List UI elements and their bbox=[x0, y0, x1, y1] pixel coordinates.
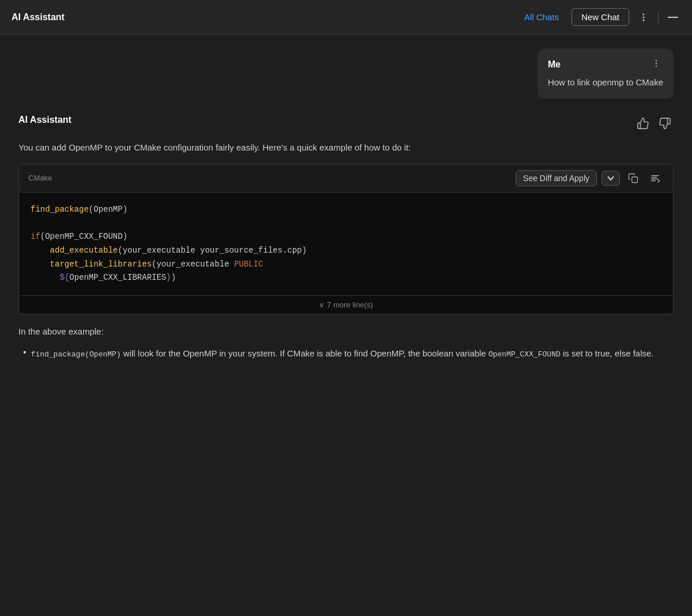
ai-response: AI Assistant You can add OpenMP to your … bbox=[18, 115, 674, 362]
copy-icon bbox=[628, 173, 638, 183]
user-message-wrapper: Me How to link openmp to CMake bbox=[18, 48, 674, 99]
header-divider bbox=[658, 11, 659, 24]
code-line-5: target_link_libraries(your_executable PU… bbox=[31, 258, 661, 272]
feedback-buttons bbox=[634, 115, 674, 135]
message-dots-icon bbox=[652, 59, 661, 68]
code-block: CMake See Diff and Apply bbox=[18, 164, 674, 315]
expand-code-button[interactable] bbox=[646, 171, 664, 186]
chevron-down-icon bbox=[607, 174, 615, 182]
expand-icon bbox=[650, 173, 660, 183]
code-line-4: add_executable(your_executable your_sour… bbox=[31, 244, 661, 258]
see-diff-apply-button[interactable]: See Diff and Apply bbox=[516, 170, 597, 186]
code-line-2 bbox=[31, 216, 661, 230]
thumbs-down-button[interactable] bbox=[656, 115, 674, 135]
bullet-text: find_package(OpenMP) will look for the O… bbox=[31, 347, 654, 361]
thumbs-up-icon bbox=[637, 117, 649, 130]
more-lines-bar[interactable]: ∨ 7 more line(s) bbox=[19, 295, 673, 314]
ai-intro-text: You can add OpenMP to your CMake configu… bbox=[18, 141, 674, 155]
svg-point-6 bbox=[656, 66, 657, 67]
all-chats-button[interactable]: All Chats bbox=[518, 9, 565, 25]
svg-point-1 bbox=[643, 16, 645, 18]
svg-point-2 bbox=[643, 19, 645, 21]
header-right: All Chats New Chat bbox=[518, 8, 680, 26]
code-content: find_package(OpenMP) if(OpenMP_CXX_FOUND… bbox=[19, 193, 673, 296]
more-lines-text: 7 more line(s) bbox=[327, 301, 373, 309]
inline-code-2: OpenMP_CXX_FOUND bbox=[488, 350, 561, 359]
bullet-text-2: is set to true, else false. bbox=[563, 348, 654, 358]
svg-rect-3 bbox=[668, 17, 678, 18]
user-message-header: Me bbox=[548, 58, 663, 72]
more-dots-icon bbox=[638, 12, 649, 22]
chat-area: Me How to link openmp to CMake AI Assist… bbox=[0, 35, 692, 391]
ai-response-header: AI Assistant bbox=[18, 115, 674, 135]
svg-point-4 bbox=[656, 60, 657, 62]
app-header: AI Assistant All Chats New Chat bbox=[0, 0, 692, 35]
minimize-button[interactable] bbox=[665, 14, 680, 21]
user-message-bubble: Me How to link openmp to CMake bbox=[537, 48, 674, 99]
code-line-6: ${OpenMP_CXX_LIBRARIES}) bbox=[31, 271, 661, 285]
ai-sender-name: AI Assistant bbox=[18, 115, 72, 125]
minus-icon bbox=[668, 16, 678, 18]
inline-code-1: find_package(OpenMP) bbox=[31, 350, 121, 359]
user-message-text: How to link openmp to CMake bbox=[548, 76, 663, 89]
code-line-3: if(OpenMP_CXX_FOUND) bbox=[31, 230, 661, 244]
new-chat-button[interactable]: New Chat bbox=[571, 8, 629, 26]
bullet-item-1: • find_package(OpenMP) will look for the… bbox=[18, 347, 674, 361]
chevron-down-text: ∨ bbox=[319, 301, 325, 309]
bullet-text-1: will look for the OpenMP in your system.… bbox=[123, 348, 488, 358]
message-options-button[interactable] bbox=[649, 58, 663, 72]
thumbs-up-button[interactable] bbox=[634, 115, 652, 135]
more-options-button[interactable] bbox=[636, 10, 651, 25]
explanation-intro: In the above example: bbox=[18, 325, 674, 339]
svg-point-5 bbox=[656, 63, 657, 65]
bullet-dot: • bbox=[23, 347, 27, 358]
copy-code-button[interactable] bbox=[625, 171, 642, 186]
code-language-label: CMake bbox=[28, 174, 52, 182]
code-line-1: find_package(OpenMP) bbox=[31, 203, 661, 217]
header-left: AI Assistant bbox=[12, 12, 65, 22]
thumbs-down-icon bbox=[659, 117, 671, 130]
svg-rect-7 bbox=[632, 176, 638, 182]
see-diff-dropdown-button[interactable] bbox=[601, 171, 620, 186]
code-header-actions: See Diff and Apply bbox=[516, 170, 664, 186]
code-block-header: CMake See Diff and Apply bbox=[19, 164, 673, 193]
app-title: AI Assistant bbox=[12, 12, 65, 22]
user-name: Me bbox=[548, 59, 561, 70]
svg-point-0 bbox=[643, 13, 645, 15]
